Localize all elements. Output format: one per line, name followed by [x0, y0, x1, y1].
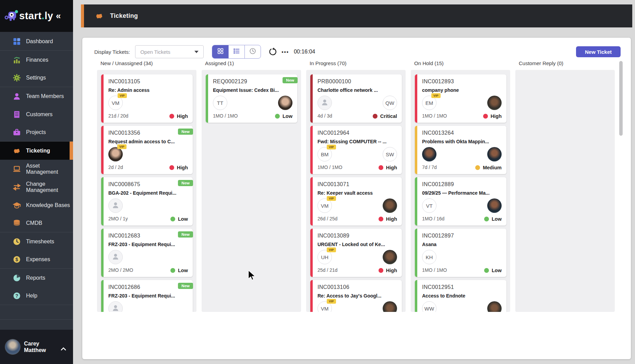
vip-badge: VIP [431, 93, 441, 98]
priority-label: High [491, 113, 502, 119]
sidebar-item-expenses[interactable]: $Expenses [0, 251, 73, 269]
column-title: Customer Reply (0) [519, 60, 615, 67]
priority-label: Low [283, 113, 292, 119]
requester-avatar: VT [422, 198, 436, 213]
sidebar-item-label: Projects [26, 129, 46, 135]
ticket-age: 7d / 7d [422, 165, 437, 170]
ticket-id: INC0013264 [422, 130, 454, 136]
ticket-card[interactable]: INC0013071Re: Keeper vault accessVMVIP26… [310, 177, 402, 226]
column-title: In Progress (70) [310, 60, 406, 67]
board-column: On Hold (15)INC0012893company phoneEMVIP… [411, 60, 510, 312]
column-lane: INC0012893company phoneEMVIP1MO / 1MOHig… [411, 70, 510, 312]
finances-icon [12, 56, 21, 64]
column-lane: PRB0000100Charlotte office network ...QW… [306, 70, 406, 312]
ticket-card[interactable]: INC0013356Request admin access to C...VI… [101, 126, 193, 174]
sidebar-item-knowledge-bases[interactable]: Knowledge Bases [0, 196, 73, 214]
grid-view-button[interactable] [212, 45, 228, 58]
requester-avatar: BMVIP [318, 147, 332, 161]
sidebar-item-settings[interactable]: Settings [0, 69, 73, 87]
ticket-title: Asana [422, 242, 501, 247]
ticket-card[interactable]: REQ0002129Equipment Issue: Cedex Bi...TT… [206, 74, 297, 123]
priority-strip [310, 126, 313, 174]
ticket-title: Re: Admin access [108, 87, 187, 93]
priority-label: High [177, 165, 188, 170]
sidebar-item-help[interactable]: ?Help [0, 287, 73, 305]
ticket-card[interactable]: INC0013089URGENT - Locked out of Ke...UH… [310, 229, 402, 277]
user-menu[interactable]: Carey Matthew [0, 330, 73, 364]
ticket-title: Fwd: Missing COMPUTER -- ... [318, 139, 396, 144]
sidebar-item-ticketing[interactable]: Ticketing [0, 142, 73, 160]
ticket-card[interactable]: INC0013105Re: Admin accessVMVIP21d / 20d… [101, 74, 193, 123]
ticket-card[interactable]: INC001288909/29/25 — Performance Ma...VT… [415, 177, 506, 226]
ticket-title: company phone [422, 87, 501, 93]
sidebar-item-timesheets[interactable]: Timesheets [0, 232, 73, 251]
priority-label: Low [492, 268, 502, 273]
column-title: On Hold (15) [414, 60, 510, 67]
assignee-avatar [487, 96, 502, 110]
ticket-id: INC0008675 [108, 181, 140, 187]
ticket-card[interactable]: INC0012897AsanaKH1MO / 1MOLow [415, 229, 506, 277]
content-panel: Display Tickets: Open Tickets [82, 38, 631, 359]
sidebar-item-label: Team Members [26, 93, 64, 99]
sidebar-collapse-button[interactable]: « [56, 11, 61, 21]
ticket-card[interactable]: INC0012951Access to EndnoteWW [415, 280, 506, 312]
ticket-card[interactable]: INC0012686FRZ-203 - Equipment Requi...Ne… [101, 280, 193, 312]
priority-label: Low [178, 216, 188, 222]
list-view-button[interactable] [228, 45, 244, 58]
ticket-title: Re: Keeper vault access [318, 190, 396, 196]
priority-dot-icon [484, 268, 489, 273]
assignee-avatar: SW [383, 147, 397, 161]
timeline-view-button[interactable] [244, 45, 261, 58]
ticket-title: FRZ-203 - Equipment Requi... [108, 242, 187, 247]
ticket-title: Access to Endnote [422, 293, 501, 299]
ticket-card[interactable]: INC0013264Problems with Okta Mappin...7d… [415, 126, 506, 174]
priority-strip [415, 280, 417, 312]
sidebar-item-label: Help [26, 293, 37, 299]
sidebar-item-team-members[interactable]: Team Members [0, 87, 73, 105]
avatar-initials: SW [386, 151, 394, 157]
sidebar-item-change-management[interactable]: Change Management [0, 178, 73, 196]
person-silhouette-icon [111, 252, 120, 262]
ticket-card[interactable]: INC0012964Fwd: Missing COMPUTER -- ...BM… [310, 126, 402, 174]
overflow-menu-icon[interactable]: ••• [281, 49, 289, 55]
avatar-initials: VM [112, 100, 120, 106]
ticket-card[interactable]: PRB0000100Charlotte office network ...QW… [310, 74, 402, 123]
priority-strip [101, 280, 104, 312]
ticket-title: Equipment Issue: Cedex Bi... [213, 87, 292, 93]
priority-strip [101, 229, 104, 277]
ticket-age: 1MO / 1MO [318, 165, 342, 170]
board-scrollbar[interactable] [619, 61, 623, 136]
view-toggle-group [212, 45, 261, 59]
priority-indicator: Low [275, 113, 292, 119]
brand: start.ly « [0, 0, 73, 32]
ticket-title: BGA-202 - Equipment Requi... [108, 190, 187, 196]
assignee-avatar [487, 301, 502, 312]
sidebar-item-reports[interactable]: Reports [0, 269, 73, 287]
ticket-card[interactable]: INC0012683FRZ-203 - Equipment Requi...2M… [101, 229, 193, 277]
ticket-age: 25d / 21d [318, 267, 337, 273]
sidebar-item-customers[interactable]: Customers [0, 105, 73, 123]
new-ticket-button[interactable]: New Ticket [576, 46, 621, 57]
display-tickets-label: Display Tickets: [94, 49, 130, 55]
avatar-initials: KH [426, 254, 433, 260]
ticket-card[interactable]: INC0013106Re: Access to Jay's Googl...VM… [310, 280, 402, 312]
ticket-title: Request admin access to C... [108, 139, 187, 144]
grid-view-icon [217, 47, 224, 56]
column-title: Assigned (1) [205, 60, 301, 67]
avatar-initials: VT [426, 203, 432, 209]
chevron-up-icon[interactable] [61, 347, 65, 352]
sidebar-item-dashboard[interactable]: Dashboard [0, 33, 73, 51]
requester-avatar: VMVIP [318, 301, 332, 312]
sidebar-item-projects[interactable]: Projects [0, 123, 73, 142]
ticket-filter-select[interactable]: Open Tickets [135, 45, 204, 58]
ticket-age: 21d / 20d [108, 113, 128, 119]
requester-avatar: VMVIP [108, 96, 123, 110]
ticket-card[interactable]: INC0012893company phoneEMVIP1MO / 1MOHig… [415, 74, 506, 123]
ticket-id: PRB0000100 [318, 78, 351, 85]
refresh-icon[interactable] [268, 47, 277, 56]
sidebar-item-cmdb[interactable]: CMDB [0, 214, 73, 232]
sidebar-item-asset-management[interactable]: Asset Management [0, 160, 73, 178]
robot-logo-icon [4, 9, 19, 24]
ticket-card[interactable]: INC0008675BGA-202 - Equipment Requi...2M… [101, 177, 193, 226]
sidebar-item-finances[interactable]: Finances [0, 51, 73, 69]
